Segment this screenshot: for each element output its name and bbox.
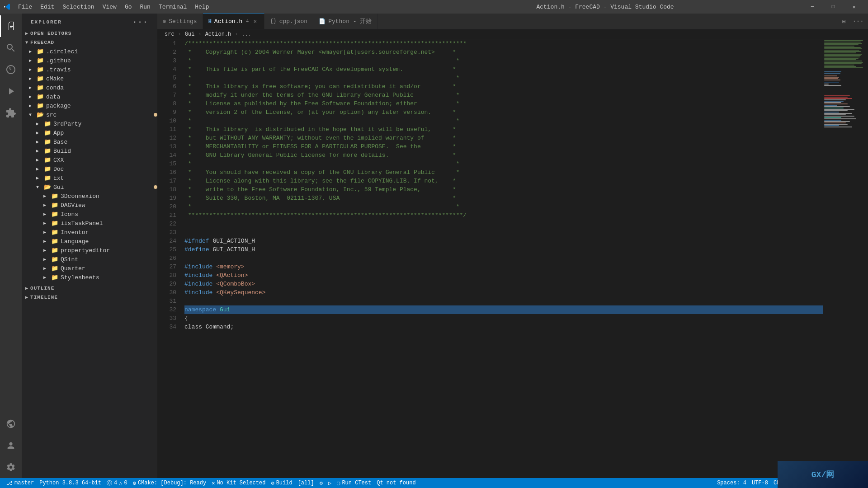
status-play[interactable]: ▷ bbox=[326, 478, 334, 488]
tree-item-src[interactable]: ▼ 📂 src bbox=[22, 110, 157, 119]
close-button[interactable]: ✕ bbox=[844, 0, 864, 14]
menu-file[interactable]: File bbox=[14, 3, 36, 11]
menu-selection[interactable]: Selection bbox=[59, 3, 98, 11]
activity-extensions[interactable] bbox=[0, 102, 22, 124]
activity-run[interactable] bbox=[0, 80, 22, 102]
status-cmake[interactable]: ⚙ CMake: [Debug]: Ready bbox=[130, 478, 209, 488]
kit-label: No Kit Selected bbox=[217, 480, 265, 486]
menu-run[interactable]: Run bbox=[136, 3, 154, 11]
tree-item-icons[interactable]: ▶ 📁 Icons bbox=[22, 210, 157, 219]
tree-item-propertyeditor[interactable]: ▶ 📁 propertyeditor bbox=[22, 246, 157, 255]
folder-icon: 📁 bbox=[51, 238, 59, 245]
tree-item-circleci[interactable]: ▶ 📁 .circleci bbox=[22, 47, 157, 56]
tree-item-doc[interactable]: ▶ 📁 Doc bbox=[22, 164, 157, 174]
close-tab-button[interactable]: ✕ bbox=[251, 18, 259, 25]
breadcrumb-gui[interactable]: Gui bbox=[185, 31, 195, 38]
tree-item-build[interactable]: ▶ 📁 Build bbox=[22, 146, 157, 155]
tree-item-package[interactable]: ▶ 📁 package bbox=[22, 101, 157, 110]
tab-cpp-json[interactable]: {} cpp.json bbox=[264, 14, 313, 29]
tree-item-quarter[interactable]: ▶ 📁 Quarter bbox=[22, 264, 157, 273]
h-file-icon: H bbox=[208, 19, 212, 25]
breadcrumb-file[interactable]: Action.h bbox=[205, 31, 231, 38]
status-gear[interactable]: ⚙ bbox=[317, 478, 326, 488]
tree-item-app[interactable]: ▶ 📁 App bbox=[22, 128, 157, 137]
modified-dot bbox=[154, 113, 157, 117]
sidebar: EXPLORER ··· ▶ OPEN EDITORS ▼ FREECAD ▶ … bbox=[22, 14, 157, 478]
tree-item-cxx[interactable]: ▶ 📁 CXX bbox=[22, 155, 157, 164]
section-chevron: ▶ bbox=[25, 31, 28, 36]
tree-item-base[interactable]: ▶ 📁 Base bbox=[22, 137, 157, 146]
sidebar-more-button[interactable]: ··· bbox=[132, 18, 148, 26]
status-all[interactable]: [all] bbox=[295, 478, 317, 488]
maximize-button[interactable]: □ bbox=[823, 0, 844, 14]
menu-view[interactable]: View bbox=[99, 3, 120, 11]
status-spaces[interactable]: Spaces: 4 bbox=[714, 480, 749, 486]
kit-icon: ✕ bbox=[212, 480, 215, 487]
tree-item-travis[interactable]: ▶ 📁 .travis bbox=[22, 65, 157, 74]
tree-item-conda[interactable]: ▶ 📁 conda bbox=[22, 83, 157, 92]
section-open-editors[interactable]: ▶ OPEN EDITORS bbox=[22, 29, 157, 38]
folder-icon: 📁 bbox=[51, 192, 59, 200]
tree-item-gui[interactable]: ▼ 📂 Gui bbox=[22, 183, 157, 192]
tree-item-cmake[interactable]: ▶ 📁 cMake bbox=[22, 74, 157, 83]
menu-edit[interactable]: Edit bbox=[37, 3, 58, 11]
activity-bar bbox=[0, 14, 22, 478]
sidebar-content[interactable]: ▶ OPEN EDITORS ▼ FREECAD ▶ 📁 .circleci ▶… bbox=[22, 29, 157, 478]
error-count: 4 bbox=[114, 480, 117, 486]
activity-settings[interactable] bbox=[0, 456, 22, 478]
status-qt[interactable]: Qt not found bbox=[374, 478, 418, 488]
chevron-icon: ▶ bbox=[43, 221, 51, 226]
status-build[interactable]: ⚙ Build bbox=[268, 478, 295, 488]
vscode-icon bbox=[4, 3, 11, 10]
spaces-label: Spaces: 4 bbox=[717, 480, 746, 486]
tab-python[interactable]: 📄 Python - 开始 bbox=[313, 14, 377, 29]
section-timeline[interactable]: ▶ TIMELINE bbox=[22, 293, 157, 302]
tree-item-iistaskpanel[interactable]: ▶ 📁 iisTaskPanel bbox=[22, 219, 157, 228]
section-freecad[interactable]: ▼ FREECAD bbox=[22, 38, 157, 47]
all-label: [all] bbox=[298, 480, 314, 486]
status-no-kit[interactable]: ✕ No Kit Selected bbox=[209, 478, 268, 488]
menu-help[interactable]: Help bbox=[191, 3, 212, 11]
status-encoding[interactable]: UTF-8 bbox=[749, 480, 771, 486]
status-python[interactable]: Python 3.8.3 64-bit bbox=[37, 478, 104, 488]
breadcrumb-src[interactable]: src bbox=[165, 31, 175, 38]
folder-icon: 📁 bbox=[36, 66, 44, 73]
chevron-icon: ▶ bbox=[43, 239, 51, 244]
activity-account[interactable] bbox=[0, 435, 22, 456]
tree-item-ext[interactable]: ▶ 📁 Ext bbox=[22, 174, 157, 183]
section-outline[interactable]: ▶ OUTLINE bbox=[22, 284, 157, 293]
activity-source-control[interactable] bbox=[0, 59, 22, 80]
build-label: Build bbox=[276, 480, 292, 486]
split-editor-button[interactable]: ⊟ bbox=[837, 15, 850, 28]
tree-item-dagview[interactable]: ▶ 📁 DAGView bbox=[22, 201, 157, 210]
chevron-icon: ▶ bbox=[29, 76, 36, 81]
tree-item-inventor[interactable]: ▶ 📁 Inventor bbox=[22, 228, 157, 237]
menu-go[interactable]: Go bbox=[121, 3, 136, 11]
breadcrumb-ellipsis[interactable]: ... bbox=[241, 31, 251, 38]
minimize-button[interactable]: ─ bbox=[802, 0, 823, 14]
minimap bbox=[823, 39, 868, 478]
status-run-ctest[interactable]: ▢ Run CTest bbox=[334, 478, 374, 488]
tab-action-h[interactable]: H Action.h 4 ✕ bbox=[203, 14, 265, 29]
tree-item-3dconnexion[interactable]: ▶ 📁 3Dconnexion bbox=[22, 192, 157, 201]
tree-item-stylesheets[interactable]: ▶ 📁 Stylesheets bbox=[22, 273, 157, 282]
tab-settings[interactable]: ⚙ Settings bbox=[157, 14, 203, 29]
tree-item-data[interactable]: ▶ 📁 data bbox=[22, 92, 157, 101]
item-label: Ext bbox=[53, 175, 157, 182]
tree-item-qsint[interactable]: ▶ 📁 QSint bbox=[22, 255, 157, 264]
tree-item-3rdparty[interactable]: ▶ 📁 3rdParty bbox=[22, 119, 157, 128]
activity-remote[interactable] bbox=[0, 413, 22, 435]
gear-icon: ⚙ bbox=[320, 480, 323, 487]
item-label: .github bbox=[46, 57, 157, 64]
tree-item-language[interactable]: ▶ 📁 Language bbox=[22, 237, 157, 246]
activity-explorer[interactable] bbox=[0, 15, 22, 37]
tree-item-github[interactable]: ▶ 📁 .github bbox=[22, 56, 157, 65]
more-actions-button[interactable]: ··· bbox=[852, 15, 864, 28]
watermark-text: GX/网 bbox=[811, 469, 834, 480]
menu-terminal[interactable]: Terminal bbox=[155, 3, 190, 11]
code-editor[interactable]: /***************************************… bbox=[181, 39, 823, 478]
folder-icon: 📁 bbox=[43, 174, 52, 182]
status-git-branch[interactable]: ⎇ master bbox=[4, 478, 37, 488]
activity-search[interactable] bbox=[0, 37, 22, 59]
status-errors-warnings[interactable]: ⓪ 4 △ 0 bbox=[104, 478, 130, 488]
